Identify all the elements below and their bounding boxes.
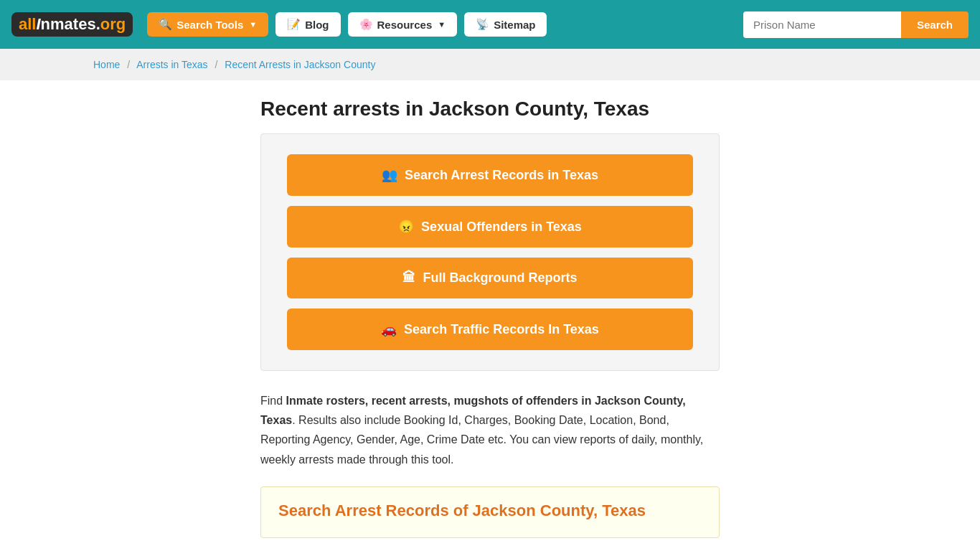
background-reports-icon: 🏛	[402, 270, 415, 286]
sexual-offenders-icon: 😠	[398, 219, 414, 235]
sitemap-icon: 📡	[476, 18, 489, 31]
sexual-offenders-button[interactable]: 😠 Sexual Offenders in Texas	[287, 206, 693, 248]
breadcrumb-home[interactable]: Home	[93, 59, 120, 70]
traffic-records-icon: 🚗	[381, 321, 397, 337]
search-arrest-label: Search Arrest Records in Texas	[405, 168, 598, 183]
sitemap-label: Sitemap	[494, 19, 535, 31]
breadcrumb-sep1: /	[127, 59, 130, 70]
header: allInmates.org 🔍 Search Tools ▼ 📝 Blog 🌸…	[0, 0, 980, 49]
prison-name-input[interactable]	[743, 11, 901, 38]
sexual-offenders-label: Sexual Offenders in Texas	[421, 220, 582, 235]
logo-org: org	[100, 15, 126, 34]
logo-all: all	[19, 15, 36, 34]
main-content: Recent arrests in Jackson County, Texas …	[167, 80, 813, 551]
header-search-button[interactable]: Search	[901, 11, 969, 38]
breadcrumb-sep2: /	[215, 59, 218, 70]
search-tools-icon: 🔍	[159, 18, 172, 31]
traffic-records-button[interactable]: 🚗 Search Traffic Records In Texas	[287, 309, 693, 350]
resources-label: Resources	[377, 19, 433, 31]
blog-icon: 📝	[287, 18, 301, 31]
action-buttons-box: 👥 Search Arrest Records in Texas 😠 Sexua…	[260, 133, 720, 371]
search-tools-label: Search Tools	[176, 19, 243, 31]
resources-icon: 🌸	[359, 18, 373, 31]
search-tools-chevron-icon: ▼	[249, 20, 257, 29]
header-search: Search	[743, 11, 969, 38]
breadcrumb: Home / Arrests in Texas / Recent Arrests…	[0, 49, 980, 80]
background-reports-button[interactable]: 🏛 Full Background Reports	[287, 258, 693, 298]
breadcrumb-current: Recent Arrests in Jackson County	[225, 59, 375, 70]
background-reports-label: Full Background Reports	[423, 270, 577, 286]
description-prefix: Find	[260, 395, 286, 407]
blog-button[interactable]: 📝 Blog	[275, 12, 340, 37]
blog-label: Blog	[305, 19, 329, 31]
resources-button[interactable]: 🌸 Resources ▼	[348, 12, 458, 37]
breadcrumb-arrests[interactable]: Arrests in Texas	[136, 59, 207, 70]
description: Find Inmate rosters, recent arrests, mug…	[260, 391, 720, 469]
logo-inmates2: nmates.	[41, 15, 100, 34]
site-logo[interactable]: allInmates.org	[11, 12, 133, 37]
search-arrest-icon: 👥	[382, 167, 397, 183]
search-tools-button[interactable]: 🔍 Search Tools ▼	[147, 12, 268, 37]
resources-chevron-icon: ▼	[438, 20, 446, 29]
description-suffix: . Results also include Booking Id, Charg…	[260, 414, 703, 465]
sitemap-button[interactable]: 📡 Sitemap	[464, 12, 547, 37]
search-arrest-records-button[interactable]: 👥 Search Arrest Records in Texas	[287, 154, 693, 196]
search-section-title: Search Arrest Records of Jackson County,…	[278, 501, 702, 520]
search-section: Search Arrest Records of Jackson County,…	[260, 486, 720, 538]
page-title: Recent arrests in Jackson County, Texas	[260, 98, 720, 121]
traffic-records-label: Search Traffic Records In Texas	[404, 322, 599, 337]
